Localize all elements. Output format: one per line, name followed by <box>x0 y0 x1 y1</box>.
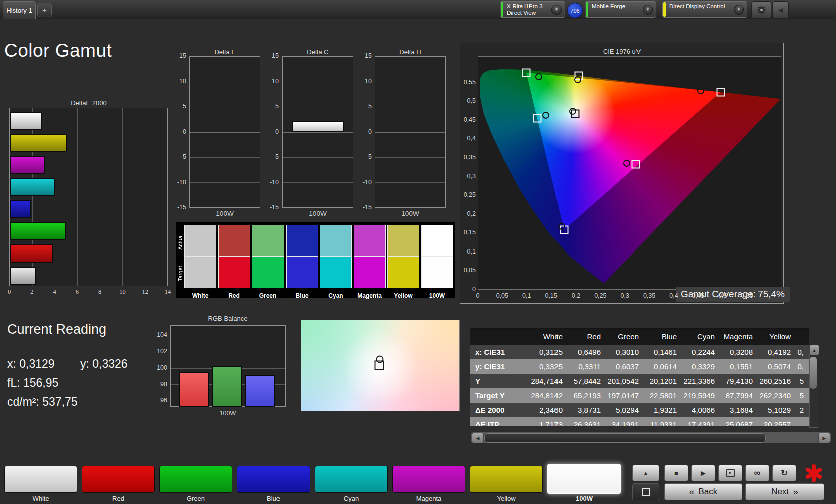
patch-button-white[interactable] <box>4 466 77 493</box>
square-icon <box>642 488 650 496</box>
scroll-left-button[interactable]: ◀ <box>472 433 484 443</box>
target-swatch <box>320 257 351 288</box>
chevron-down-icon[interactable]: ▼ <box>551 5 562 15</box>
grid-line <box>171 352 285 352</box>
scroll-right-button[interactable]: ▶ <box>818 433 830 443</box>
cie1931-chart <box>301 320 460 411</box>
actual-swatch <box>185 225 216 257</box>
patch-button-yellow[interactable] <box>470 466 543 493</box>
table-cell: 2,3460 <box>529 403 568 417</box>
settings-button[interactable] <box>751 1 771 19</box>
grid-line <box>190 107 260 107</box>
axis-tick-label: 0,45 <box>689 292 707 299</box>
gear-icon <box>756 5 767 15</box>
back-button[interactable]: « Back <box>664 483 742 500</box>
patch-button-label: Blue <box>237 495 310 502</box>
calibration-asterisk-icon[interactable] <box>801 463 826 484</box>
axis-tick-label: 4 <box>51 288 59 296</box>
patch-button-green[interactable] <box>159 466 232 493</box>
reading-cdm2: cd/m²: 537,75 <box>7 395 78 409</box>
chevron-down-icon[interactable]: ▼ <box>734 5 744 15</box>
swatch-label: Magenta <box>354 292 385 299</box>
swatch-green: Green <box>252 225 284 288</box>
page-title: Color Gamut <box>4 40 112 61</box>
delta-bar-100w <box>292 121 344 132</box>
target-swatch <box>354 257 385 288</box>
table-cell: 4,0066 <box>682 403 720 417</box>
measured-marker-magenta <box>623 160 630 167</box>
table-row: ΔE ITP1,717326,363134,199111,933117,4391… <box>470 417 809 426</box>
display-control-name: Direct Display Control <box>669 3 734 10</box>
grid-line <box>100 108 100 286</box>
patch-button-red[interactable] <box>82 466 155 493</box>
grid-line <box>375 82 445 82</box>
swatch-cyan: Cyan <box>320 225 351 288</box>
table-cell-partial <box>796 417 809 426</box>
table-cell: 65,2193 <box>568 388 606 403</box>
measured-marker-cyan <box>542 112 549 119</box>
table-vscroll-thumb[interactable] <box>810 357 817 389</box>
source-status-indicator <box>586 2 588 17</box>
table-cell: 284,8142 <box>529 388 568 403</box>
collapse-toolbar-button[interactable]: ◀ <box>772 1 789 19</box>
table-cell: 0,5074 <box>758 359 796 374</box>
actual-swatch <box>354 225 385 257</box>
row-label: x: CIE31 <box>470 345 529 359</box>
meter-dropdown[interactable]: X-Rite i1Pro 3Direct View ▼ <box>500 1 565 18</box>
grid-line <box>283 107 353 107</box>
axis-tick-label: -10 <box>169 179 186 186</box>
table-cell: 57,8442 <box>568 374 606 388</box>
table-cell: 197,0147 <box>606 388 644 403</box>
patch-button-100w[interactable] <box>547 464 621 494</box>
patch-button-magenta[interactable] <box>392 466 465 493</box>
axis-tick-label: 0,5 <box>714 292 732 299</box>
column-header-partial <box>796 329 809 345</box>
meter-count-badge[interactable]: 706 <box>567 3 583 18</box>
axis-tick-label: 0,35 <box>640 292 658 299</box>
display-control-dropdown[interactable]: Direct Display Control ▼ <box>662 1 747 18</box>
table-horizontal-scrollbar[interactable]: ◀ ▶ <box>471 432 831 443</box>
tab-history-1[interactable]: History 1 <box>3 1 36 19</box>
new-tab-button[interactable]: + <box>37 3 52 17</box>
axis-tick-label: -10 <box>262 179 279 186</box>
table-cell-partial: 0, <box>796 359 809 374</box>
axis-tick-label: -15 <box>262 204 279 211</box>
grid-line <box>190 82 260 82</box>
arrow-up-icon: ▲ <box>812 348 817 353</box>
axis-tick-label: 0,25 <box>591 292 609 299</box>
loop-button[interactable]: ↻ <box>772 465 796 481</box>
deltae-bar-white <box>10 267 36 285</box>
source-dropdown[interactable]: Mobile Forge ▼ <box>585 1 656 18</box>
table-cell: 0,3311 <box>568 359 606 374</box>
axis-tick-label: 0 <box>355 128 372 135</box>
top-toolbar: History 1 + X-Rite i1Pro 3Direct View ▼ … <box>0 0 836 19</box>
pattern-window-button[interactable] <box>632 483 659 500</box>
patch-button-label: Green <box>159 495 232 502</box>
table-cell: 5,0294 <box>606 403 644 417</box>
chevron-down-icon[interactable]: ▼ <box>643 5 653 15</box>
patch-button-label: White <box>4 495 77 502</box>
axis-tick-label: 12 <box>141 288 149 296</box>
axis-tick-label: 98 <box>149 381 167 388</box>
table-cell: 219,5949 <box>682 388 720 403</box>
grid-line <box>375 132 445 133</box>
axis-tick-label: 2 <box>28 288 36 296</box>
stop-button[interactable]: ■ <box>664 465 688 481</box>
table-row: Target Y284,814265,2193197,014722,580121… <box>470 388 809 403</box>
scroll-up-button[interactable]: ▲ <box>809 345 819 355</box>
meter-name: X-Rite i1Pro 3Direct View <box>507 3 551 16</box>
rgb-balance-chart <box>170 325 286 407</box>
measured-marker-red <box>697 87 704 94</box>
table-hscroll-thumb[interactable] <box>484 433 766 443</box>
patch-button-blue[interactable] <box>237 466 310 493</box>
table-cell-partial: 0, <box>796 345 809 359</box>
play-button[interactable]: ▶ <box>691 465 715 481</box>
column-header-blue: Blue <box>644 329 682 345</box>
panel-up-button[interactable]: ▲ <box>632 465 659 481</box>
single-measure-button[interactable] <box>718 465 742 481</box>
next-button[interactable]: Next » <box>745 483 824 500</box>
continuous-measure-button[interactable]: ∞ <box>745 465 769 481</box>
chevron-right-icon: » <box>793 486 798 497</box>
table-cell: 11,9331 <box>644 417 682 426</box>
patch-button-cyan[interactable] <box>315 466 388 493</box>
